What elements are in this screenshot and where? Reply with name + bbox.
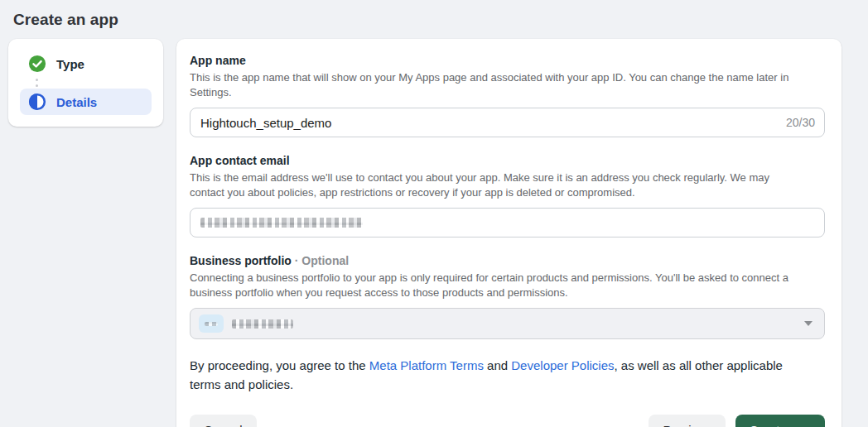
contact-email-field: App contact email This is the email addr… bbox=[190, 154, 825, 237]
app-name-input[interactable] bbox=[190, 108, 825, 137]
create-app-button[interactable]: Create app bbox=[735, 415, 825, 427]
business-portfolio-field: Business portfolio · Optional Connecting… bbox=[190, 254, 825, 339]
redacted-avatar-text bbox=[205, 322, 218, 326]
step-connector bbox=[20, 77, 152, 89]
business-portfolio-description: Connecting a business portfolio to your … bbox=[190, 271, 807, 300]
stepper-card: Type Details bbox=[8, 39, 163, 127]
business-portfolio-label-text: Business portfolio bbox=[190, 254, 292, 267]
step-details[interactable]: Details bbox=[20, 89, 152, 115]
redacted-email-value bbox=[200, 218, 363, 228]
contact-email-description: This is the email address we'll use to c… bbox=[190, 170, 807, 200]
connector-dot bbox=[36, 79, 38, 81]
business-portfolio-select[interactable] bbox=[190, 308, 825, 339]
step-details-label: Details bbox=[56, 95, 97, 109]
cancel-button[interactable]: Cancel bbox=[190, 415, 257, 427]
half-circle-icon bbox=[28, 93, 46, 111]
chevron-down-icon bbox=[804, 321, 813, 326]
app-name-description: This is the app name that will show on y… bbox=[190, 70, 807, 100]
terms-prefix: By proceeding, you agree to the bbox=[190, 358, 369, 372]
contact-email-input[interactable] bbox=[190, 208, 825, 237]
footer-actions: Cancel Previous Create app bbox=[190, 415, 825, 427]
meta-platform-terms-link[interactable]: Meta Platform Terms bbox=[369, 358, 484, 372]
redacted-portfolio-name bbox=[232, 319, 293, 329]
terms-text: By proceeding, you agree to the Meta Pla… bbox=[190, 356, 813, 394]
previous-button[interactable]: Previous bbox=[649, 415, 725, 427]
create-app-form-card: App name This is the app name that will … bbox=[176, 39, 841, 427]
portfolio-avatar bbox=[199, 314, 224, 333]
app-name-char-counter: 20/30 bbox=[786, 116, 815, 129]
terms-middle: and bbox=[484, 358, 511, 372]
layout: Type Details App name This is the app na… bbox=[0, 39, 868, 427]
contact-email-input-wrap bbox=[190, 208, 825, 237]
app-name-input-wrap: 20/30 bbox=[190, 108, 825, 137]
app-name-field: App name This is the app name that will … bbox=[190, 54, 825, 137]
check-circle-icon bbox=[28, 55, 46, 73]
step-type-label: Type bbox=[56, 57, 84, 71]
connector-dot bbox=[36, 84, 38, 87]
app-name-label: App name bbox=[190, 54, 825, 67]
business-portfolio-label: Business portfolio · Optional bbox=[190, 254, 825, 267]
developer-policies-link[interactable]: Developer Policies bbox=[511, 358, 614, 372]
page-title: Create an app bbox=[0, 0, 868, 39]
step-type[interactable]: Type bbox=[20, 50, 152, 77]
optional-badge: · Optional bbox=[295, 254, 349, 267]
contact-email-label: App contact email bbox=[190, 154, 825, 167]
